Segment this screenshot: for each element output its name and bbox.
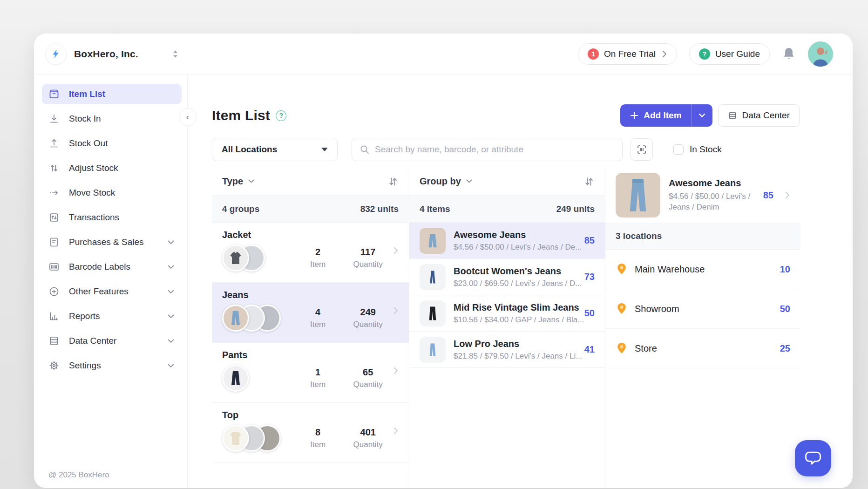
user-guide-button[interactable]: ? User Guide <box>689 43 770 65</box>
sidebar-item-purchases-sales[interactable]: Purchases & Sales <box>42 232 182 252</box>
in-stock-checkbox[interactable] <box>673 144 684 155</box>
trial-badge-count: 1 <box>591 50 595 58</box>
chevron-down-icon <box>248 179 254 183</box>
sidebar-item-barcode-labels[interactable]: Barcode Labels <box>42 257 182 277</box>
search-box <box>352 138 623 161</box>
item-thumbnail <box>420 264 446 290</box>
add-item-button[interactable]: Add Item <box>620 104 691 127</box>
item-row-bootcut-womens-jeans[interactable]: Bootcut Women's Jeans $23.00 / $69.50 / … <box>409 259 605 295</box>
map-pin-icon <box>616 263 628 276</box>
location-row-showroom[interactable]: Showroom 50 <box>605 289 800 329</box>
sidebar-item-item-list[interactable]: Item List <box>42 84 182 104</box>
location-row-main-warehouse[interactable]: Main Warehouse 10 <box>605 250 800 289</box>
page-help-icon[interactable]: ? <box>276 110 286 121</box>
group-row-jeans[interactable]: Jeans 4 Item <box>212 283 409 343</box>
group-item-stat: 1 Item <box>293 367 343 389</box>
detail-item-image <box>616 173 660 217</box>
item-thumbnail <box>420 228 446 254</box>
sidebar-item-stock-in[interactable]: Stock In <box>42 109 182 129</box>
chevron-right-icon <box>393 305 399 332</box>
chevron-right-icon <box>393 365 399 392</box>
sidebar-item-adjust-stock[interactable]: Adjust Stock <box>42 158 182 178</box>
top-bar-actions: 1 On Free Trial ? User Guide <box>578 41 833 67</box>
detail-panel: Awesome Jeans $4.56 / $50.00 / Levi's / … <box>605 168 800 488</box>
group-row-pants[interactable]: Pants 1 Item 65 Quant <box>212 343 409 403</box>
group-by-field-selector[interactable]: Type <box>222 176 254 187</box>
title-actions: Add Item Data Center <box>620 104 800 127</box>
copyright-text: @ 2025 BoxHero <box>48 470 109 480</box>
sidebar-collapse-button[interactable]: ‹ <box>179 108 197 126</box>
item-quantity: 41 <box>584 344 595 355</box>
map-pin-icon <box>616 342 628 355</box>
sidebar-item-other-features[interactable]: Other Features <box>42 281 182 302</box>
items-count: 4 items <box>420 204 450 214</box>
chevron-down-icon <box>698 113 705 118</box>
items-panel-header: Group by <box>409 168 605 196</box>
free-trial-button[interactable]: 1 On Free Trial <box>578 43 677 65</box>
group-quantity-stat: 117 Quantity <box>343 247 393 269</box>
gear-icon <box>48 360 60 371</box>
in-stock-filter[interactable]: In Stock <box>673 144 722 155</box>
box-icon <box>48 88 60 100</box>
locations-count: 3 locations <box>616 231 662 241</box>
detail-item-summary[interactable]: Awesome Jeans $4.56 / $50.00 / Levi's / … <box>605 168 800 223</box>
chevron-right-icon <box>785 191 790 199</box>
free-trial-label: On Free Trial <box>604 49 656 59</box>
bar-chart-icon <box>48 311 60 322</box>
sidebar-item-reports[interactable]: Reports <box>42 306 182 326</box>
database-icon <box>48 335 60 346</box>
company-switcher[interactable]: BoxHero, Inc. <box>45 43 179 65</box>
document-icon <box>48 237 60 248</box>
groups-panel: Type 4 groups 832 units Jacket <box>212 168 409 488</box>
groups-units: 832 units <box>360 204 399 214</box>
groups-panel-header: Type <box>212 168 409 196</box>
jeans-thumbnails <box>222 305 293 332</box>
chevron-right-icon <box>662 50 667 58</box>
chevron-right-icon <box>393 244 399 272</box>
barcode-icon <box>48 261 60 272</box>
item-row-awesome-jeans[interactable]: Awesome Jeans $4.56 / $50.00 / Levi's / … <box>409 223 605 259</box>
sidebar-item-move-stock[interactable]: Move Stock <box>42 183 182 203</box>
boxhero-logo-icon <box>45 43 67 65</box>
items-panel: Group by 4 items 249 units <box>409 168 605 488</box>
search-input[interactable] <box>375 144 615 155</box>
sidebar-item-data-center[interactable]: Data Center <box>42 331 182 351</box>
data-center-button[interactable]: Data Center <box>718 104 800 127</box>
group-quantity-stat: 249 Quantity <box>343 307 393 329</box>
sidebar-item-transactions[interactable]: Transactions <box>42 207 182 228</box>
pants-thumbnails <box>222 365 293 392</box>
group-row-jacket[interactable]: Jacket 2 Item 117 <box>212 223 409 283</box>
chevron-down-icon <box>168 314 174 319</box>
notifications-button[interactable] <box>782 47 796 61</box>
sidebar: Item List Stock In Stock Out Adjust Stoc… <box>34 75 188 488</box>
chevron-down-icon <box>168 290 174 294</box>
caret-down-icon <box>321 148 328 151</box>
search-icon <box>359 144 370 155</box>
top-thumbnails <box>222 425 293 452</box>
user-avatar[interactable] <box>808 41 833 67</box>
plus-icon <box>630 111 639 120</box>
database-icon <box>728 111 737 120</box>
trial-badge-icon: 1 <box>588 48 599 60</box>
speech-bubble-icon <box>803 448 823 469</box>
sort-order-icon[interactable] <box>387 176 399 187</box>
chevron-up-down-icon[interactable] <box>172 49 179 59</box>
group-row-top[interactable]: Top 8 Item <box>212 403 409 463</box>
location-quantity: 25 <box>780 343 790 354</box>
item-row-mid-rise-vintage-slim-jeans[interactable]: Mid Rise Vintage Slim Jeans $10.56 / $34… <box>409 295 605 332</box>
items-group-by-selector[interactable]: Group by <box>420 176 472 187</box>
sidebar-item-settings[interactable]: Settings <box>42 355 182 376</box>
location-row-store[interactable]: Store 25 <box>605 329 800 368</box>
location-filter-select[interactable]: All Locations <box>212 138 338 161</box>
page-title: Item List <box>212 108 270 123</box>
group-quantity-stat: 401 Quantity <box>343 427 393 449</box>
sidebar-item-stock-out[interactable]: Stock Out <box>42 133 182 154</box>
sort-order-icon[interactable] <box>583 176 595 187</box>
chat-button[interactable] <box>795 440 831 476</box>
group-item-stat: 2 Item <box>293 247 343 269</box>
barcode-scan-button[interactable] <box>631 138 653 161</box>
add-item-dropdown-button[interactable] <box>691 104 712 127</box>
stock-in-icon <box>48 113 60 124</box>
item-row-low-pro-jeans[interactable]: Low Pro Jeans $21.85 / $79.50 / Levi's /… <box>409 332 605 368</box>
plus-circle-icon <box>48 286 60 297</box>
